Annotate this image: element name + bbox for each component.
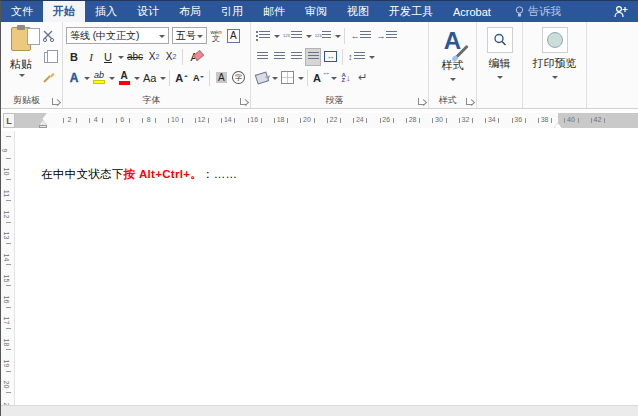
numbering-button[interactable]: 123: [281, 27, 304, 45]
editing-button[interactable]: 编辑: [480, 25, 519, 80]
tab-design[interactable]: 设计: [127, 1, 169, 22]
font-name-dropdown-icon[interactable]: [159, 35, 165, 41]
shrink-font-button[interactable]: A: [190, 69, 206, 87]
shading-button[interactable]: [254, 69, 270, 87]
strikethrough-button[interactable]: abc: [125, 48, 145, 66]
font-name-combobox[interactable]: 等线 (中文正文): [66, 27, 169, 44]
highlight-dropdown-icon[interactable]: [109, 77, 115, 83]
character-border-button[interactable]: A: [225, 27, 242, 45]
justify-button[interactable]: [305, 48, 321, 66]
change-case-button[interactable]: Aa: [141, 69, 158, 87]
tab-insert[interactable]: 插入: [85, 1, 127, 22]
change-case-dropdown-icon[interactable]: [160, 77, 166, 83]
grow-font-button[interactable]: A: [173, 69, 189, 87]
styles-dropdown-icon[interactable]: [450, 78, 456, 84]
tab-view[interactable]: 视图: [337, 1, 379, 22]
tab-developer[interactable]: 开发工具: [379, 1, 443, 22]
multilevel-dropdown-icon[interactable]: [335, 35, 341, 41]
tab-acrobat[interactable]: Acrobat: [443, 1, 501, 22]
line-spacing-button[interactable]: ↕: [346, 48, 367, 66]
highlight-button[interactable]: ab: [91, 69, 107, 87]
tab-file[interactable]: 文件: [1, 1, 43, 22]
show-marks-button[interactable]: ↵: [355, 69, 371, 87]
character-border-icon: A: [227, 29, 240, 43]
font-size-combobox[interactable]: 五号: [172, 27, 207, 44]
paste-button[interactable]: 粘贴: [4, 25, 38, 93]
underline-button[interactable]: U: [100, 48, 116, 66]
tab-layout[interactable]: 布局: [169, 1, 211, 22]
vertical-ruler[interactable]: 910111213141516171819202122: [1, 131, 15, 405]
bullets-dropdown-icon[interactable]: [274, 35, 280, 41]
asian-layout-button[interactable]: A: [311, 69, 329, 87]
paste-dropdown-icon[interactable]: [19, 74, 25, 80]
print-preview-dropdown-icon[interactable]: [552, 76, 558, 82]
character-shading-button[interactable]: A: [213, 69, 229, 87]
paragraph-text[interactable]: 在中中文状态下按 Alt+Ctrl+。：……: [41, 167, 237, 182]
right-indent-marker[interactable]: [554, 123, 562, 128]
multilevel-list-button[interactable]: 123: [313, 27, 334, 45]
font-dialog-launcher[interactable]: [240, 98, 247, 105]
underline-dropdown-icon[interactable]: [118, 56, 124, 62]
borders-dropdown-icon[interactable]: [298, 77, 304, 83]
text-effects-button[interactable]: A: [66, 69, 82, 87]
print-preview-button[interactable]: 打印预览: [526, 25, 583, 80]
ruler-tick: [340, 118, 341, 123]
format-painter-button[interactable]: [38, 69, 58, 87]
first-line-indent-marker[interactable]: [39, 113, 47, 118]
sort-button[interactable]: AZ ↓: [338, 69, 354, 87]
subscript-button[interactable]: X2: [146, 48, 162, 66]
tab-mailings[interactable]: 邮件: [253, 1, 295, 22]
share-icon[interactable]: [603, 1, 638, 22]
document-page[interactable]: 在中中文状态下按 Alt+Ctrl+。：……: [16, 131, 638, 405]
editing-dropdown-icon[interactable]: [497, 76, 503, 82]
increase-indent-button[interactable]: →: [374, 27, 399, 45]
tell-me[interactable]: 告诉我: [507, 1, 569, 22]
clipboard-dialog-launcher[interactable]: [52, 98, 59, 105]
increase-indent-icon: →: [376, 31, 385, 41]
clear-formatting-button[interactable]: A: [186, 48, 202, 66]
tab-references[interactable]: 引用: [211, 1, 253, 22]
horizontal-ruler[interactable]: 24681012141618202224262830323436384042: [15, 113, 638, 128]
left-indent-marker[interactable]: [39, 125, 47, 128]
text-effects-dropdown-icon[interactable]: [84, 77, 90, 83]
styles-dialog-launcher[interactable]: [466, 98, 473, 105]
paste-label: 粘贴: [10, 57, 32, 72]
font-size-dropdown-icon[interactable]: [197, 35, 203, 41]
tab-stop-selector[interactable]: L: [3, 113, 15, 128]
font-color-dropdown-icon[interactable]: [134, 77, 140, 83]
bold-button[interactable]: B: [66, 48, 82, 66]
align-right-button[interactable]: [288, 48, 304, 66]
italic-button[interactable]: I: [83, 48, 99, 66]
ruler-number: 28: [409, 116, 417, 123]
superscript-button[interactable]: X2: [163, 48, 179, 66]
align-center-button[interactable]: [271, 48, 287, 66]
phonetic-guide-button[interactable]: wén文: [208, 27, 224, 45]
asian-layout-dropdown-icon[interactable]: [331, 77, 337, 83]
cut-button[interactable]: [38, 27, 58, 45]
distributed-button[interactable]: ↔: [322, 48, 339, 66]
tab-home[interactable]: 开始: [43, 1, 85, 22]
ruler-number: 10: [171, 116, 179, 123]
borders-button[interactable]: [279, 69, 296, 87]
font-color-button[interactable]: A: [116, 69, 132, 87]
bullets-button[interactable]: [254, 27, 272, 45]
copy-button[interactable]: [38, 48, 58, 66]
shading-dropdown-icon[interactable]: [272, 77, 278, 83]
ruler-number: 16: [250, 116, 258, 123]
ruler-tick: [221, 118, 222, 123]
line-spacing-dropdown-icon[interactable]: [369, 56, 375, 62]
decrease-indent-button[interactable]: ←: [348, 27, 373, 45]
numbering-dropdown-icon[interactable]: [306, 35, 312, 41]
ruler-tick: [419, 118, 420, 123]
ruler-number: 36: [514, 116, 522, 123]
enclose-character-button[interactable]: 字: [230, 69, 247, 87]
ruler-tick: [6, 307, 11, 308]
ruler-tick: [6, 243, 11, 244]
shading-bucket-icon: [255, 71, 270, 84]
ruler-tick: [76, 118, 77, 123]
styles-button[interactable]: A 样式: [432, 25, 473, 82]
align-left-button[interactable]: [254, 48, 270, 66]
ruler-tick: [353, 118, 354, 123]
paragraph-dialog-launcher[interactable]: [418, 98, 425, 105]
tab-review[interactable]: 审阅: [295, 1, 337, 22]
